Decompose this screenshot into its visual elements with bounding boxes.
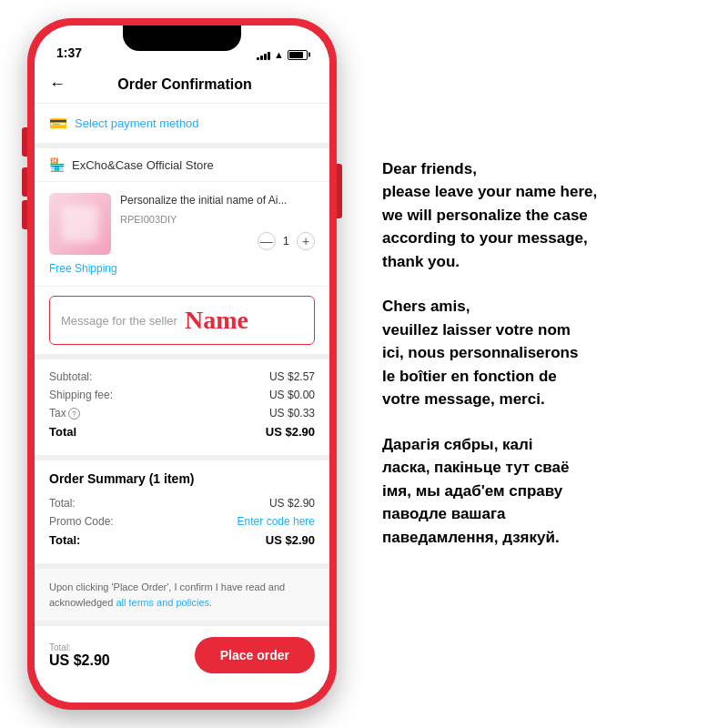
promo-code-link[interactable]: Enter code here: [238, 515, 315, 528]
promo-label: Promo Code:: [49, 515, 114, 528]
text-english: Dear friends, please leave your name her…: [382, 157, 710, 274]
product-blur: [62, 206, 98, 242]
terms-period: .: [209, 597, 212, 608]
signal-bar-2: [260, 56, 263, 60]
signal-bar-1: [257, 57, 259, 60]
text-panel: Dear friends, please leave your name her…: [355, 139, 728, 590]
subtotal-row: Subtotal: US $2.57: [49, 370, 315, 383]
shipping-value: US $0.00: [269, 389, 315, 401]
product-name: Personalize the initial name of Ai...: [120, 193, 315, 208]
status-time: 1:37: [56, 46, 82, 60]
tax-row: Tax? US $0.33: [49, 407, 315, 420]
text-block-belarusian: Дарагія сябры, калі ласка, пакіньце тут …: [382, 433, 710, 550]
subtotal-value: US $2.57: [269, 370, 315, 383]
en-line4: according to your message,: [382, 229, 588, 247]
phone-screen: 1:37 ▲: [35, 25, 329, 703]
product-info: Personalize the initial name of Ai... RP…: [120, 193, 315, 250]
promo-row[interactable]: Promo Code: Enter code here: [49, 515, 315, 528]
page-title: Order Confirmation: [76, 76, 293, 93]
text-belarusian: Дарагія сябры, калі ласка, пакіньце тут …: [382, 433, 710, 550]
fr-line4: le boîtier en fonction de: [382, 368, 557, 385]
store-icon: 🏪: [49, 157, 65, 172]
status-icons: ▲: [257, 49, 308, 60]
total-value: US $2.90: [266, 425, 315, 439]
place-order-section: Total: US $2.90 Place order: [35, 626, 329, 692]
terms-section: Upon clicking 'Place Order', I confirm I…: [35, 569, 329, 626]
phone-body: 1:37 ▲: [27, 18, 337, 710]
back-button[interactable]: ←: [49, 75, 66, 94]
product-sku: RPEI003DIY: [120, 214, 315, 225]
product-image: [49, 193, 111, 255]
message-name-highlight: Name: [185, 306, 248, 335]
order-summary-section: Order Summary (1 item) Total: US $2.90 P…: [35, 460, 329, 569]
fr-line5: votre message, merci.: [382, 390, 545, 408]
battery-fill: [289, 52, 303, 58]
payment-method-link[interactable]: Select payment method: [75, 116, 199, 130]
place-order-button[interactable]: Place order: [195, 637, 315, 673]
message-placeholder: Message for the seller: [61, 314, 177, 328]
signal-bars-icon: [257, 49, 270, 60]
text-french: Chers amis, veuillez laisser votre nom i…: [382, 295, 710, 411]
fr-line2: veuillez laisser votre nom: [382, 321, 571, 339]
phone-notch: [123, 25, 241, 51]
terms-text: Upon clicking 'Place Order', I confirm I…: [49, 580, 315, 610]
qty-plus-button[interactable]: +: [297, 232, 315, 250]
summary-total-label: Total:: [49, 497, 76, 510]
be-line5: паведамлення, дзякуй.: [382, 529, 560, 546]
shipping-label: Shipping fee:: [49, 389, 113, 401]
product-section: Personalize the initial name of Ai... RP…: [35, 182, 329, 287]
shipping-row: Shipping fee: US $0.00: [49, 389, 315, 401]
summary-final-row: Total: US $2.90: [49, 533, 315, 547]
signal-bar-3: [264, 54, 267, 60]
product-row: Personalize the initial name of Ai... RP…: [49, 193, 315, 255]
subtotal-label: Subtotal:: [49, 370, 92, 383]
fr-line1: Chers amis,: [382, 298, 470, 315]
summary-final-value: US $2.90: [266, 533, 315, 547]
qty-minus-button[interactable]: —: [258, 232, 276, 250]
summary-total-value: US $2.90: [269, 497, 315, 510]
app-content[interactable]: ← Order Confirmation 💳 Select payment me…: [35, 66, 329, 703]
payment-icon: 💳: [49, 115, 67, 132]
phone-inner: 1:37 ▲: [35, 25, 329, 703]
be-line2: ласка, пакіньце тут сваё: [382, 459, 569, 476]
terms-link[interactable]: all terms and policies: [116, 597, 209, 608]
tax-value: US $0.33: [269, 407, 315, 420]
text-block-english: Dear friends, please leave your name her…: [382, 157, 710, 274]
product-image-inner: [49, 193, 111, 255]
payment-section[interactable]: 💳 Select payment method: [35, 104, 329, 148]
en-line1: Dear friends,: [382, 160, 477, 177]
be-line1: Дарагія сябры, калі: [382, 436, 533, 453]
place-order-total-value: US $2.90: [49, 652, 110, 669]
qty-value: 1: [283, 234, 289, 248]
total-label: Total: [49, 425, 76, 439]
qty-row: — 1 +: [120, 232, 315, 250]
store-name: ExCho&Case Official Store: [72, 158, 214, 172]
be-line3: імя, мы адаб'ем справу: [382, 482, 562, 500]
en-line2: please leave your name here,: [382, 183, 597, 200]
signal-bar-4: [268, 52, 270, 60]
place-order-total: Total: US $2.90: [49, 642, 110, 669]
summary-final-label: Total:: [49, 533, 80, 547]
order-summary-title: Order Summary (1 item): [49, 471, 315, 486]
en-line5: thank you.: [382, 253, 460, 270]
pricing-section: Subtotal: US $2.57 Shipping fee: US $0.0…: [35, 359, 329, 460]
message-input-wrapper[interactable]: Message for the seller Name: [49, 296, 315, 345]
be-line4: паводле вашага: [382, 505, 506, 522]
store-section: 🏪 ExCho&Case Official Store: [35, 148, 329, 182]
app-header: ← Order Confirmation: [35, 66, 329, 104]
phone-mockup: 1:37 ▲: [9, 9, 355, 719]
fr-line3: ici, nous personnaliserons: [382, 344, 578, 361]
tax-label: Tax?: [49, 407, 80, 420]
summary-total-row: Total: US $2.90: [49, 497, 315, 510]
message-section[interactable]: Message for the seller Name: [35, 287, 329, 359]
battery-icon: [288, 50, 308, 60]
wifi-icon: ▲: [274, 49, 284, 60]
en-line3: we will personalize the case: [382, 207, 588, 224]
tax-info-icon[interactable]: ?: [68, 408, 80, 420]
place-order-total-label: Total:: [49, 642, 110, 652]
text-block-french: Chers amis, veuillez laisser votre nom i…: [382, 295, 710, 411]
total-row: Total US $2.90: [49, 425, 315, 439]
free-shipping-label: Free Shipping: [49, 262, 315, 275]
home-indicator: [35, 692, 329, 703]
